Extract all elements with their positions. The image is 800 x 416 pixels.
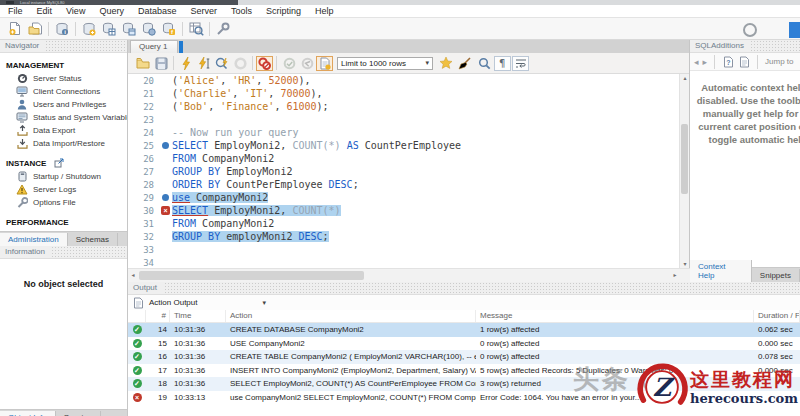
- code-text[interactable]: GROUP BY EmployMoni2: [172, 166, 292, 177]
- code-line[interactable]: 21('Charlie', 'IT', 70000),: [128, 87, 689, 100]
- code-text[interactable]: ('Bob', 'Finance', 61000);: [172, 101, 329, 112]
- sidebar-item-users-and-privileges[interactable]: Users and Privileges: [0, 98, 127, 111]
- code-line[interactable]: 32GROUP BY employMoni2 DESC;: [128, 230, 689, 243]
- reconnect-dbms-icon[interactable]: [213, 20, 233, 38]
- code-text[interactable]: ORDER BY CountPerEmployee DESC;: [172, 179, 359, 190]
- create-view-icon[interactable]: [119, 20, 139, 38]
- code-line[interactable]: 27GROUP BY EmployMoni2: [128, 165, 689, 178]
- tab-session[interactable]: Session: [56, 411, 101, 416]
- execute-current-icon[interactable]: [195, 55, 213, 71]
- code-line[interactable]: 31FROM CompanyMoni2: [128, 217, 689, 230]
- menu-scripting[interactable]: Scripting: [266, 6, 301, 16]
- autocommit-icon[interactable]: [316, 56, 333, 71]
- toggle-auto-help-icon[interactable]: [738, 56, 750, 68]
- save-snippet-icon[interactable]: [437, 55, 455, 71]
- editor-vertical-scrollbar[interactable]: ▴ ▾: [679, 74, 689, 269]
- stop-on-error-icon[interactable]: [256, 56, 273, 71]
- scroll-left-icon[interactable]: ◂: [128, 269, 138, 282]
- editor-horizontal-scrollbar[interactable]: ◂ ▸: [128, 268, 690, 282]
- new-query-tab-icon[interactable]: [5, 20, 25, 38]
- output-row[interactable]: ×1910:33:13use CompanyMoni2 SELECT Emplo…: [128, 391, 800, 405]
- sidebar-item-client-connections[interactable]: Client Connections: [0, 85, 127, 98]
- menu-tools[interactable]: Tools: [231, 6, 252, 16]
- limit-rows-select[interactable]: Limit to 1000 rows ▾: [337, 57, 433, 70]
- context-help-icon[interactable]: ?: [722, 56, 734, 68]
- beautify-icon[interactable]: [456, 55, 474, 71]
- code-line[interactable]: 30×SELECT EmployMoni2, COUNT(*): [128, 204, 689, 217]
- column-header-time[interactable]: Time: [170, 310, 226, 322]
- code-text[interactable]: SELECT EmployMoni2, COUNT(*): [172, 205, 341, 216]
- stop-icon[interactable]: [231, 55, 249, 71]
- column-header-duration-fetch[interactable]: Duration / Fetch: [754, 310, 800, 322]
- wrap-text-icon[interactable]: [512, 56, 529, 71]
- execute-icon[interactable]: [177, 55, 195, 71]
- menu-edit[interactable]: Edit: [37, 6, 53, 16]
- output-row[interactable]: ✓1410:31:36CREATE DATABASE CompanyMoni21…: [128, 323, 800, 337]
- code-text[interactable]: ('Alice', 'HR', 52000),: [172, 75, 311, 86]
- code-editor[interactable]: 20('Alice', 'HR', 52000),21('Charlie', '…: [128, 74, 689, 269]
- sidebar-item-data-export[interactable]: Data Export: [0, 124, 127, 137]
- menu-file[interactable]: File: [8, 6, 23, 16]
- code-line[interactable]: 24-- Now run your query: [128, 126, 689, 139]
- sidebar-item-startup-shutdown[interactable]: Startup / Shutdown: [0, 170, 127, 183]
- menu-server[interactable]: Server: [190, 6, 217, 16]
- menu-view[interactable]: View: [66, 6, 85, 16]
- output-row[interactable]: ✓1610:31:36CREATE TABLE CompanyMoni2 ( E…: [128, 350, 800, 364]
- output-view-selector[interactable]: Action Output ▾: [128, 295, 800, 310]
- open-sql-script-icon[interactable]: [25, 20, 45, 38]
- code-line[interactable]: 29use CompanyMoni2: [128, 191, 689, 204]
- jump-to-label[interactable]: Jump to: [765, 57, 793, 66]
- rollback-icon[interactable]: [298, 55, 316, 71]
- invisibles-icon[interactable]: ¶: [494, 56, 511, 71]
- tab-schemas[interactable]: Schemas: [68, 233, 118, 246]
- code-line[interactable]: 20('Alice', 'HR', 52000),: [128, 74, 689, 87]
- code-text[interactable]: FROM CompanyMoni2: [172, 153, 274, 164]
- output-row[interactable]: ✓1710:31:36INSERT INTO CompanyMoni2 (Emp…: [128, 364, 800, 378]
- sidebar-item-status-and-system-variables[interactable]: Status and System Variables: [0, 111, 127, 124]
- code-text[interactable]: ('Charlie', 'IT', 70000),: [172, 88, 323, 99]
- code-line[interactable]: 26FROM CompanyMoni2: [128, 152, 689, 165]
- tab-context-help[interactable]: Context Help: [690, 260, 752, 282]
- menu-query[interactable]: Query: [99, 6, 124, 16]
- tab-query-1[interactable]: Query 1: [130, 40, 178, 53]
- sidebar-item-options-file[interactable]: Options File: [0, 196, 127, 209]
- explain-icon[interactable]: [213, 55, 231, 71]
- code-line[interactable]: 33: [128, 243, 689, 256]
- save-script-icon[interactable]: [152, 55, 170, 71]
- code-line[interactable]: 25SELECT EmployMoni2, COUNT(*) AS CountP…: [128, 139, 689, 152]
- code-line[interactable]: 22('Bob', 'Finance', 61000);: [128, 100, 689, 113]
- sidebar-item-data-import-restore[interactable]: Data Import/Restore: [0, 137, 127, 150]
- sidebar-item-server-logs[interactable]: Server Logs: [0, 183, 127, 196]
- code-text[interactable]: FROM CompanyMoni2: [172, 218, 274, 229]
- code-text[interactable]: use CompanyMoni2: [172, 192, 268, 203]
- scroll-up-icon[interactable]: ▴: [680, 74, 689, 83]
- help-back-icon[interactable]: ◂: [694, 57, 699, 67]
- commit-icon[interactable]: [280, 55, 298, 71]
- column-header-message[interactable]: Message: [476, 310, 754, 322]
- output-row[interactable]: ✓1810:31:36SELECT EmployMoni2, COUNT(*) …: [128, 377, 800, 391]
- hscroll-thumb[interactable]: [139, 271, 364, 280]
- column-header--[interactable]: #: [146, 310, 170, 322]
- code-text[interactable]: SELECT EmployMoni2, COUNT(*) AS CountPer…: [172, 140, 461, 151]
- scroll-right-icon[interactable]: ▸: [670, 269, 680, 282]
- column-header-action[interactable]: Action: [226, 310, 476, 322]
- panel-toggle-fragment[interactable]: [789, 22, 800, 38]
- open-script-icon[interactable]: [134, 55, 152, 71]
- menu-help[interactable]: Help: [315, 6, 334, 16]
- sidebar-item-server-status[interactable]: Server Status: [0, 72, 127, 85]
- help-forward-icon[interactable]: ▸: [703, 57, 708, 67]
- tab-administration[interactable]: Administration: [0, 233, 68, 246]
- tab-object-info[interactable]: Object Info: [0, 411, 56, 416]
- create-table-icon[interactable]: [99, 20, 119, 38]
- output-row[interactable]: ✓1510:31:36USE CompanyMoni20 row(s) affe…: [128, 337, 800, 351]
- search-data-icon[interactable]: [186, 20, 206, 38]
- create-procedure-icon[interactable]: [139, 20, 159, 38]
- code-text[interactable]: -- Now run your query: [172, 127, 298, 138]
- vscroll-thumb[interactable]: [681, 124, 688, 194]
- code-text[interactable]: GROUP BY employMoni2 DESC;: [172, 231, 329, 242]
- instance-actions-icon[interactable]: [50, 158, 64, 168]
- menu-database[interactable]: Database: [138, 6, 177, 16]
- find-icon[interactable]: [475, 55, 493, 71]
- code-line[interactable]: 23: [128, 113, 689, 126]
- code-line[interactable]: 28ORDER BY CountPerEmployee DESC;: [128, 178, 689, 191]
